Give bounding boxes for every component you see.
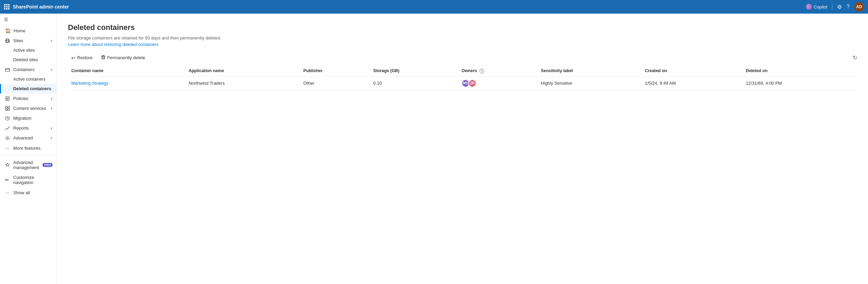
col-storage[interactable]: Storage (GB) [370, 66, 458, 76]
advanced-label: Advanced [13, 135, 48, 140]
content-services-chevron-icon: ∨ [50, 106, 53, 110]
learn-more-link[interactable]: Learn more about restoring deleted conta… [68, 42, 159, 47]
owner-avatar: ZR [468, 79, 476, 87]
restore-label: Restore [77, 55, 93, 60]
deleted-containers-label: Deleted containers [13, 86, 53, 91]
sidebar-item-migration[interactable]: Migration [0, 113, 57, 123]
settings-button[interactable]: ⚙ [837, 4, 842, 10]
sidebar-sites-label: Sites [13, 38, 48, 43]
main-content: Deleted containers File storage containe… [57, 14, 868, 284]
content-services-label: Content services [13, 106, 48, 111]
sidebar-item-advanced[interactable]: Advanced ∨ [0, 133, 57, 143]
topbar-actions: Copilot ⚙ ? AD [806, 2, 864, 12]
deleted-sites-label: Deleted sites [13, 57, 53, 62]
hamburger-icon: ☰ [4, 17, 8, 22]
copilot-icon [806, 4, 812, 10]
migration-label: Migration [13, 116, 53, 121]
permanently-delete-button[interactable]: Permanently delete [97, 53, 149, 62]
more-features-icon: ··· [5, 145, 11, 151]
containers-label: Containers [13, 67, 48, 72]
advanced-management-icon [5, 163, 11, 167]
owners-info-icon[interactable]: i [480, 69, 484, 73]
cell-storage: 0.10 [370, 76, 458, 90]
svg-rect-12 [5, 68, 10, 71]
advanced-icon [5, 136, 11, 140]
toolbar: ↩ Restore Permanently delete ↻ [68, 53, 857, 62]
help-button[interactable]: ? [847, 4, 850, 10]
cell-deleted-on: 12/31/69, 4:00 PM [742, 76, 857, 90]
refresh-icon: ↻ [853, 55, 857, 61]
restore-icon: ↩ [71, 55, 75, 61]
svg-rect-19 [8, 106, 10, 108]
sidebar-item-content-services[interactable]: Content services ∨ [0, 103, 57, 113]
svg-rect-4 [6, 6, 7, 7]
sidebar-item-deleted-sites[interactable]: Deleted sites [0, 55, 57, 65]
sites-icon [5, 38, 11, 43]
svg-point-24 [6, 136, 10, 140]
copilot-button[interactable]: Copilot [806, 4, 827, 10]
reports-icon [5, 126, 11, 131]
cell-sensitivity-label: Highly Sensitive [538, 76, 641, 90]
pro-badge: PRO [42, 163, 53, 167]
svg-rect-27 [103, 56, 103, 59]
show-all-label: Show all [13, 190, 53, 195]
app-title: SharePoint admin center [13, 4, 806, 10]
help-icon: ? [847, 4, 850, 10]
sidebar-item-sites[interactable]: Sites ∧ [0, 36, 57, 46]
customize-nav-icon: ✏ [5, 177, 11, 183]
refresh-button[interactable]: ↻ [853, 54, 857, 61]
col-sensitivity-label[interactable]: Sensitivity label [538, 66, 641, 76]
sidebar-item-active-containers[interactable]: Active containers [0, 74, 57, 84]
settings-icon: ⚙ [837, 4, 842, 10]
col-container-name[interactable]: Container name [68, 66, 185, 76]
cell-application-name: Northwind Traders [185, 76, 300, 90]
deleted-containers-table: Container name Application name Publishe… [68, 66, 857, 90]
restore-button[interactable]: ↩ Restore [68, 53, 96, 62]
svg-rect-7 [6, 8, 7, 10]
svg-rect-18 [5, 106, 7, 108]
active-sites-label: Active sites [13, 48, 53, 53]
topbar: SharePoint admin center Copilot ⚙ ? AD [0, 0, 868, 14]
sidebar-item-reports[interactable]: Reports ∨ [0, 123, 57, 133]
cell-created-on: 1/5/24, 9:49 AM [641, 76, 742, 90]
table-row[interactable]: Marketing Strategy Northwind Traders Oth… [68, 76, 857, 90]
col-application-name[interactable]: Application name [185, 66, 300, 76]
col-created-on[interactable]: Created on [641, 66, 742, 76]
sidebar-item-policies[interactable]: Policies ∨ [0, 94, 57, 103]
policies-label: Policies [13, 96, 48, 101]
reports-label: Reports [13, 126, 48, 131]
app-grid-icon[interactable] [4, 4, 10, 10]
sidebar: ☰ 🏠 Home Sites ∧ Active sites Deleted si… [0, 14, 57, 284]
customize-nav-label: Customize navigation [13, 175, 53, 185]
sidebar-item-show-all[interactable]: ··· Show all [0, 187, 57, 198]
col-publisher[interactable]: Publisher [300, 66, 370, 76]
sidebar-item-containers[interactable]: Containers ∧ [0, 65, 57, 74]
sidebar-item-label: Home [14, 28, 53, 33]
col-owners[interactable]: Owners i [458, 66, 538, 76]
user-avatar[interactable]: AD [854, 2, 864, 12]
sidebar-item-more-features[interactable]: ··· More features [0, 143, 57, 153]
svg-rect-20 [5, 109, 7, 111]
sidebar-item-home[interactable]: 🏠 Home [0, 26, 57, 36]
page-description: File storage containers are retained for… [68, 35, 857, 40]
copilot-label: Copilot [814, 4, 827, 10]
sidebar-item-customize-navigation[interactable]: ✏ Customize navigation [0, 172, 57, 187]
containers-icon [5, 67, 11, 72]
sidebar-item-active-sites[interactable]: Active sites [0, 46, 57, 55]
permanently-delete-label: Permanently delete [107, 55, 145, 60]
policies-chevron-icon: ∨ [50, 97, 53, 100]
hamburger-button[interactable]: ☰ [0, 14, 57, 26]
svg-rect-8 [8, 8, 10, 10]
col-deleted-on[interactable]: Deleted on [742, 66, 857, 76]
policies-icon [5, 96, 11, 101]
sidebar-divider [0, 155, 57, 155]
cell-publisher: Other [300, 76, 370, 90]
cell-owners: MSZR [458, 76, 538, 90]
more-features-label: More features [13, 146, 53, 151]
containers-chevron-icon: ∧ [50, 68, 53, 71]
active-containers-label: Active containers [13, 77, 53, 82]
migration-icon [5, 116, 11, 121]
sidebar-item-advanced-management[interactable]: Advanced management PRO [0, 157, 57, 172]
sidebar-item-deleted-containers[interactable]: Deleted containers [0, 84, 57, 94]
sites-chevron-icon: ∧ [50, 39, 53, 43]
